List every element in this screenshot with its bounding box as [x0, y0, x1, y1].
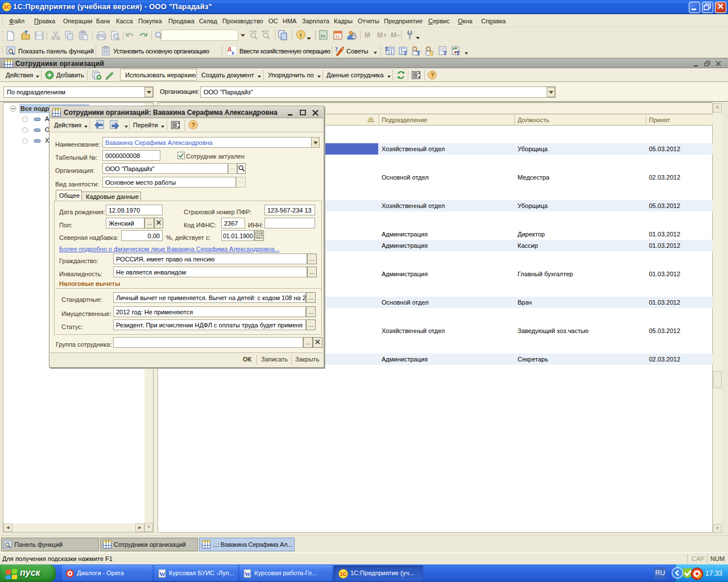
svg-text:31: 31 [335, 34, 340, 39]
svg-text:?: ? [335, 46, 338, 52]
svg-text:Σ: Σ [385, 46, 388, 52]
svg-text:i: i [300, 31, 301, 38]
svg-text:T: T [456, 50, 460, 56]
svg-text:1С: 1С [340, 571, 347, 577]
svg-text:T: T [403, 50, 407, 56]
svg-text:T: T [443, 50, 447, 56]
svg-text:W: W [159, 571, 166, 577]
svg-text:?: ? [192, 122, 196, 128]
svg-text:T: T [416, 50, 420, 56]
svg-text:к: к [232, 50, 235, 56]
svg-text:M: M [365, 31, 370, 39]
svg-text:M+: M+ [377, 31, 387, 39]
svg-text:M−: M− [391, 31, 400, 39]
svg-text:1С: 1С [4, 4, 10, 10]
svg-text:W: W [245, 571, 251, 577]
svg-text:?: ? [431, 72, 435, 78]
svg-text:Д: Д [228, 46, 231, 52]
